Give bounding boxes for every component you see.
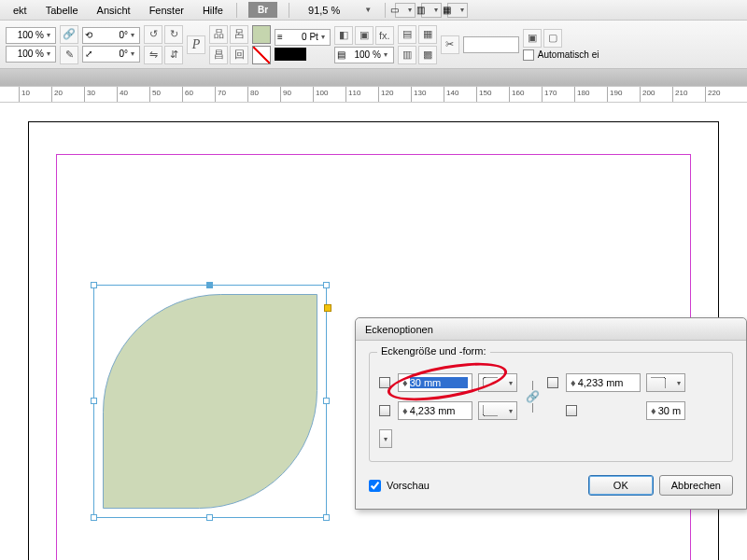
link-corners-icon[interactable]: 🔗 xyxy=(523,381,542,413)
ruler-tick: 200 xyxy=(640,87,655,102)
stroke-style[interactable] xyxy=(275,48,306,61)
ruler-tick: 220 xyxy=(705,87,720,102)
ruler-tick: 160 xyxy=(509,87,524,102)
zoom-dropdown-icon[interactable]: ▼ xyxy=(355,3,381,17)
ruler-tick: 20 xyxy=(51,87,63,102)
hierarchy-icon-1[interactable]: 品 xyxy=(209,25,228,44)
ruler-tick: 60 xyxy=(182,87,193,102)
name-field[interactable] xyxy=(463,36,519,53)
arrange-icon[interactable]: ▥▾ xyxy=(421,3,442,18)
hierarchy-icon-3[interactable]: 昌 xyxy=(209,46,228,64)
view-options-icon[interactable]: ▦▾ xyxy=(447,3,468,18)
menu-item-fenster[interactable]: Fenster xyxy=(140,2,193,19)
corner-tr-value[interactable]: ♦ xyxy=(566,373,641,392)
opacity-combo-1[interactable]: ▾ xyxy=(6,27,56,44)
flip-v-icon[interactable]: ⇵ xyxy=(164,46,183,64)
bridge-badge[interactable]: Br xyxy=(248,2,277,18)
opacity-combo-2[interactable]: ▾ xyxy=(6,46,56,63)
handle-bottom-left[interactable] xyxy=(91,514,97,521)
ruler-tick: 10 xyxy=(19,87,30,102)
angle-combo-2[interactable]: ⤢▾ xyxy=(82,46,140,63)
menu-item-tabelle[interactable]: Tabelle xyxy=(36,2,88,19)
handle-top-left[interactable] xyxy=(91,282,97,288)
corner-bl-value[interactable]: ♦ xyxy=(398,401,472,420)
handle-top-mid[interactable] xyxy=(206,282,213,288)
menu-item-hilfe[interactable]: Hilfe xyxy=(193,2,233,19)
selection-bounds xyxy=(93,285,327,518)
ruler-tick: 110 xyxy=(345,87,360,102)
ruler-tick: 70 xyxy=(215,87,226,102)
flip-h-icon[interactable]: ⇋ xyxy=(144,46,162,64)
shadow-icon[interactable]: ▣ xyxy=(355,26,374,45)
tab-strip xyxy=(0,69,747,86)
handle-bottom-right[interactable] xyxy=(323,514,330,521)
stroke-weight-combo[interactable]: ≡▾ xyxy=(275,29,331,46)
corner-br-shape[interactable]: ▾ xyxy=(379,429,392,448)
dialog-title: Eckenoptionen xyxy=(356,318,746,341)
corner-tr-shape[interactable]: ▾ xyxy=(646,373,685,392)
corner-br-icon xyxy=(566,405,577,416)
horizontal-ruler: 1020304050607080901001101201301401501601… xyxy=(0,86,747,103)
handle-mid-right[interactable] xyxy=(323,398,330,404)
fill-swatch[interactable] xyxy=(252,25,271,44)
corner-tr-icon xyxy=(547,377,558,388)
handle-bottom-mid[interactable] xyxy=(206,514,213,521)
handle-top-right[interactable] xyxy=(323,282,330,288)
chain-icon[interactable]: 🔗 xyxy=(60,25,78,44)
menu-item-ansicht[interactable]: Ansicht xyxy=(88,2,140,19)
ruler-tick: 190 xyxy=(607,87,622,102)
ruler-tick: 170 xyxy=(542,87,557,102)
fit-icon-2[interactable]: ▢ xyxy=(543,29,562,48)
corner-bl-icon xyxy=(379,405,390,416)
ruler-tick: 210 xyxy=(672,87,687,102)
preview-checkbox[interactable]: Vorschau xyxy=(369,480,430,492)
cancel-button[interactable]: Abbrechen xyxy=(659,475,733,496)
stroke-none-swatch[interactable] xyxy=(252,46,271,64)
control-toolbar: ▾ ▾ 🔗 ✎ ⟲▾ ⤢▾ ↺ ↻ ⇋ ⇵ P 品 呂 昌 回 ≡▾ xyxy=(0,21,747,69)
paragraph-icon[interactable]: P xyxy=(187,35,205,54)
ruler-tick: 180 xyxy=(574,87,589,102)
corner-size-group: Eckengröße und -form: ♦ ▾ 🔗 ♦ ▾ ♦ ▾ ♦ ▾ xyxy=(369,352,733,462)
wrap-icon-1[interactable]: ▤ xyxy=(398,25,416,44)
group-label: Eckengröße und -form: xyxy=(377,345,490,357)
ruler-tick: 150 xyxy=(476,87,491,102)
wrap-icon-2[interactable]: ▦ xyxy=(418,25,437,44)
ruler-tick: 90 xyxy=(280,87,291,102)
rotate-cw-icon[interactable]: ↻ xyxy=(164,25,183,44)
live-corner-widget[interactable] xyxy=(324,304,331,312)
gradient-icon[interactable]: ◧ xyxy=(334,26,353,45)
fx-label[interactable]: fx. xyxy=(375,26,394,45)
ok-button[interactable]: OK xyxy=(588,475,654,496)
pencil-icon[interactable]: ✎ xyxy=(60,46,78,64)
menu-bar: ekt Tabelle Ansicht Fenster Hilfe Br 91,… xyxy=(0,0,747,21)
corner-br-value[interactable]: ♦ xyxy=(646,401,685,420)
scale-combo[interactable]: ▤▾ xyxy=(334,47,394,63)
angle-combo-1[interactable]: ⟲▾ xyxy=(82,27,140,44)
ruler-tick: 80 xyxy=(247,87,259,102)
ruler-tick: 50 xyxy=(149,87,161,102)
auto-checkbox[interactable] xyxy=(523,49,534,61)
hierarchy-icon-4[interactable]: 回 xyxy=(230,46,248,64)
wrap-icon-4[interactable]: ▩ xyxy=(418,46,437,64)
crop-icon[interactable]: ✂ xyxy=(441,35,459,54)
ruler-tick: 120 xyxy=(378,87,393,102)
preview-label: Vorschau xyxy=(387,480,430,491)
ruler-tick: 130 xyxy=(411,87,426,102)
corner-bl-shape[interactable]: ▾ xyxy=(478,401,517,420)
ruler-tick: 30 xyxy=(84,87,95,102)
ruler-tick: 140 xyxy=(444,87,458,102)
hierarchy-icon-2[interactable]: 呂 xyxy=(230,25,248,44)
menu-item-objekt[interactable]: ekt xyxy=(4,2,36,19)
rotate-ccw-icon[interactable]: ↺ xyxy=(144,25,162,44)
handle-mid-left[interactable] xyxy=(91,398,97,404)
corner-options-dialog: Eckenoptionen Eckengröße und -form: ♦ ▾ … xyxy=(355,317,747,510)
screen-mode-icon[interactable]: ▭▾ xyxy=(395,3,416,18)
ruler-tick: 100 xyxy=(313,87,328,102)
preview-checkbox-input[interactable] xyxy=(369,480,381,492)
fit-icon-1[interactable]: ▣ xyxy=(523,29,542,48)
zoom-level[interactable]: 91,5 % xyxy=(299,2,349,19)
auto-label: Automatisch ei xyxy=(538,49,599,60)
wrap-icon-3[interactable]: ▥ xyxy=(398,46,416,64)
ruler-tick: 40 xyxy=(117,87,128,102)
